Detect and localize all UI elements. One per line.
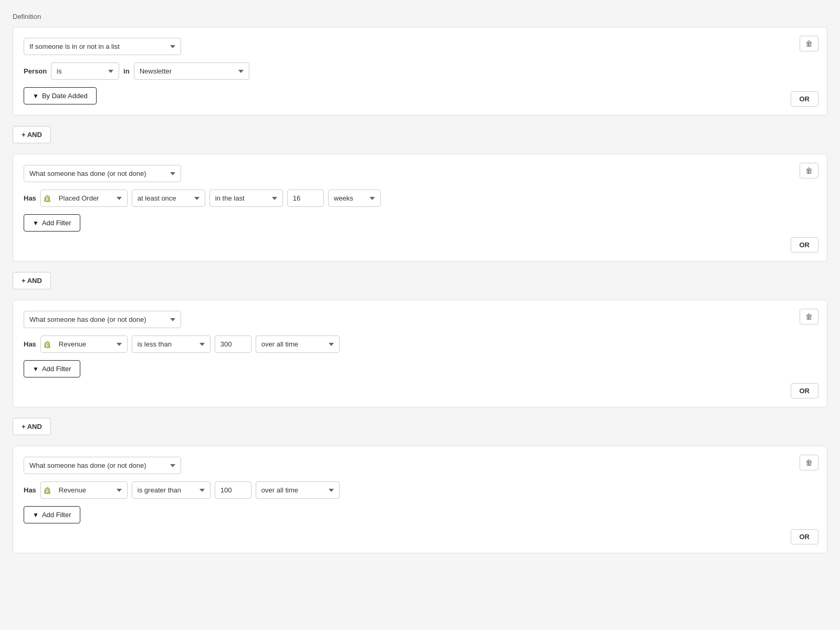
and-separator-1: + AND <box>13 120 827 150</box>
delete-button-2[interactable]: 🗑 <box>800 163 818 178</box>
or-button-3[interactable]: OR <box>791 383 819 398</box>
event-select-2[interactable]: Placed Order <box>54 190 127 206</box>
shopify-icon-3 <box>41 338 54 351</box>
filter-icon-4: ▼ <box>33 511 39 519</box>
period-select-3[interactable]: over all time <box>256 335 340 353</box>
amount-input-3[interactable] <box>215 335 251 353</box>
add-filter-button-4[interactable]: ▼ Add Filter <box>24 506 80 523</box>
delete-button-4[interactable]: 🗑 <box>800 455 818 470</box>
condition-block-1: 🗑 If someone is in or not in a list Pers… <box>13 27 827 116</box>
trash-icon-3: 🗑 <box>805 312 813 321</box>
unit-select[interactable]: weeks <box>328 190 381 207</box>
in-label: in <box>123 67 130 75</box>
or-button-1[interactable]: OR <box>791 91 819 107</box>
newsletter-select[interactable]: Newsletter <box>134 62 249 80</box>
main-select-4[interactable]: What someone has done (or not done) <box>24 457 181 474</box>
filter-icon-3: ▼ <box>33 365 39 373</box>
shopify-icon-2 <box>41 192 54 205</box>
trash-icon-4: 🗑 <box>805 458 813 467</box>
by-date-label: By Date Added <box>42 92 88 100</box>
has-label-3: Has <box>24 340 36 348</box>
has-label-2: Has <box>24 194 36 202</box>
add-filter-label-2: Add Filter <box>42 219 71 227</box>
and-button-1[interactable]: + AND <box>13 126 51 143</box>
filter-icon-2: ▼ <box>33 219 39 227</box>
add-filter-label-4: Add Filter <box>42 511 71 519</box>
number-input-2[interactable] <box>287 190 324 207</box>
condition-block-3: 🗑 What someone has done (or not done) Ha… <box>13 300 827 407</box>
or-button-4[interactable]: OR <box>791 529 819 544</box>
amount-input-4[interactable] <box>215 481 251 499</box>
frequency-select[interactable]: at least once <box>132 190 205 207</box>
main-select-2[interactable]: What someone has done (or not done) <box>24 165 181 182</box>
trash-icon-2: 🗑 <box>805 166 813 175</box>
person-is-select[interactable]: is <box>51 62 119 80</box>
has-label-4: Has <box>24 486 36 494</box>
period-select-4[interactable]: over all time <box>256 481 340 499</box>
condition-block-2: 🗑 What someone has done (or not done) Ha… <box>13 154 827 261</box>
add-filter-label-3: Add Filter <box>42 365 71 373</box>
definition-label: Definition <box>13 13 827 20</box>
and-separator-2: + AND <box>13 266 827 296</box>
main-select-1[interactable]: If someone is in or not in a list <box>24 38 181 55</box>
add-filter-button-2[interactable]: ▼ Add Filter <box>24 214 80 232</box>
and-button-2[interactable]: + AND <box>13 272 51 289</box>
event-select-4[interactable]: Revenue <box>54 482 127 498</box>
trash-icon-1: 🗑 <box>805 39 813 48</box>
condition-block-4: 🗑 What someone has done (or not done) Ha… <box>13 446 827 553</box>
condition-select-3[interactable]: is less than <box>132 335 211 353</box>
and-button-3[interactable]: + AND <box>13 418 51 435</box>
add-filter-button-3[interactable]: ▼ Add Filter <box>24 360 80 377</box>
and-separator-3: + AND <box>13 412 827 442</box>
delete-button-1[interactable]: 🗑 <box>800 36 818 51</box>
or-button-2[interactable]: OR <box>791 237 819 253</box>
shopify-icon-4 <box>41 484 54 497</box>
event-select-3[interactable]: Revenue <box>54 336 127 352</box>
filter-icon-date: ▼ <box>33 92 39 100</box>
main-select-3[interactable]: What someone has done (or not done) <box>24 311 181 328</box>
person-label: Person <box>24 67 47 75</box>
by-date-button[interactable]: ▼ By Date Added <box>24 87 97 104</box>
delete-button-3[interactable]: 🗑 <box>800 309 818 324</box>
condition-select-4[interactable]: is greater than <box>132 481 211 499</box>
time-select[interactable]: in the last <box>209 190 283 207</box>
